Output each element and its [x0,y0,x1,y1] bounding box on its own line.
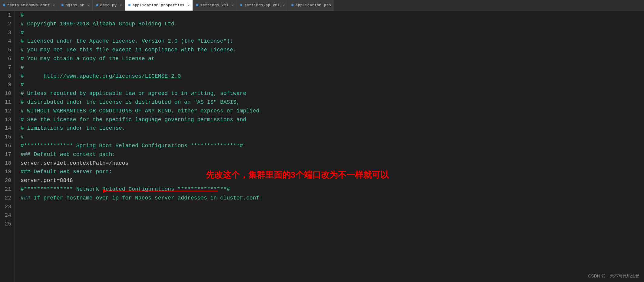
tab-demo-icon: ■ [96,3,98,8]
license-link[interactable]: http://www.apache.org/licenses/LICENSE-2… [44,73,181,79]
code-line-24: ### If prefer hostname over ip for Nacos… [21,194,644,203]
code-line-4: # Licensed under the Apache License, Ver… [21,37,644,46]
tab-demo-label: demo.py [100,3,117,8]
tab-application-properties-label: application.properties [132,3,184,8]
tab-bar: ■ redis.windows.conf ✕ ■ nginx.sh ✕ ■ de… [0,0,644,11]
code-line-6: # You may obtain a copy of the License a… [21,54,644,63]
code-line-20: ### Default web server port: [21,167,644,176]
code-line-15: # [21,133,644,141]
tab-application-properties-close[interactable]: ✕ [187,3,190,8]
tab-application-pro-icon: ■ [291,3,294,8]
code-line-1: # [21,11,644,20]
watermark: CSDN @一天不写代码难受 [588,274,639,279]
code-line-23: #*************** Network Related Configu… [21,185,644,194]
tab-settings-sp-xml-close[interactable]: ✕ [283,3,285,8]
code-line-14: # limitations under the License. [21,124,644,133]
code-line-8: # http://www.apache.org/licenses/LICENSE… [21,72,644,81]
code-line-2: # Copyright 1999-2018 Alibaba Group Hold… [21,20,644,28]
code-line-21: server.port=8848 [21,176,644,185]
code-line-11: # distributed under the License is distr… [21,98,644,107]
tab-application-properties[interactable]: ■ application.properties ✕ [125,0,193,11]
tab-redis-icon: ■ [3,3,5,8]
code-line-9: # [21,80,644,89]
code-line-12: # WITHOUT WARRANTIES OR CONDITIONS OF AN… [21,107,644,115]
tab-nginx-close[interactable]: ✕ [88,3,90,8]
code-line-7: # [21,63,644,72]
tab-settings-xml-icon: ■ [196,3,198,8]
code-line-17: #*************** Spring Boot Related Con… [21,141,644,150]
tab-nginx[interactable]: ■ nginx.sh ✕ [58,0,93,11]
tab-application-pro[interactable]: ■ application.pro [288,0,334,11]
tab-redis[interactable]: ■ redis.windows.conf ✕ [0,0,58,11]
tab-application-pro-label: application.pro [296,3,331,8]
code-line-13: # See the License for the specific langu… [21,115,644,124]
tab-application-properties-icon: ■ [128,3,131,8]
tab-settings-xml-label: settings.xml [200,3,229,8]
tab-settings-xml[interactable]: ■ settings.xml ✕ [193,0,237,11]
editor-area: 1234567891011121314151617181920212223242… [0,11,644,282]
code-line-3: # [21,28,644,37]
tab-nginx-icon: ■ [61,3,64,8]
tab-redis-label: redis.windows.conf [7,3,50,8]
code-content[interactable]: ## Copyright 1999-2018 Alibaba Group Hol… [15,11,644,282]
code-line-19: server.servlet.contextPath=/nacos [21,159,644,168]
code-line-10: # Unless required by applicable law or a… [21,89,644,98]
code-line-5: # you may not use this file except in co… [21,46,644,54]
code-line-18: ### Default web context path: [21,150,644,159]
tab-demo[interactable]: ■ demo.py ✕ [93,0,125,11]
tab-settings-xml-close[interactable]: ✕ [232,3,234,8]
tab-nginx-label: nginx.sh [65,3,84,8]
tab-settings-sp-xml[interactable]: ■ settings-sp.xml ✕ [237,0,288,11]
tab-settings-sp-xml-label: settings-sp.xml [244,3,280,8]
line-numbers: 1234567891011121314151617181920212223242… [0,11,15,282]
tab-redis-close[interactable]: ✕ [53,3,55,8]
tab-demo-close[interactable]: ✕ [120,3,122,8]
tab-settings-sp-xml-icon: ■ [240,3,243,8]
